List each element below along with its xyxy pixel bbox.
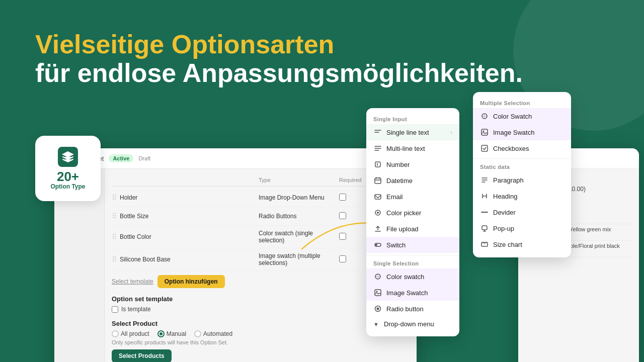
dropdown-item-image-swatch[interactable]: Image Swatch xyxy=(366,285,459,301)
fileupload-label: File upload xyxy=(386,225,419,233)
popup-label: Pop-up xyxy=(493,225,514,232)
option-type-badge: 20+ Option Type xyxy=(35,136,101,201)
svg-point-9 xyxy=(376,291,378,293)
radio-manual[interactable]: Manual xyxy=(157,330,186,337)
imageswatch-icon xyxy=(373,288,382,297)
multi-selection-dropdown: Multiple Selection Color Swatch Image Sw… xyxy=(473,92,571,257)
row-name-bottlecolor: ⠿ Bottle Color xyxy=(112,233,259,241)
select-products-button[interactable]: Select Products xyxy=(112,349,172,362)
dropdown-expand-icon: ▼ xyxy=(373,321,379,327)
specific-note: Only specific products will have this Op… xyxy=(112,339,410,345)
section-select-product-title: Select Product xyxy=(112,320,410,327)
dropdown-item-single-line[interactable]: Single line text › xyxy=(366,124,459,140)
svg-rect-0 xyxy=(375,162,380,167)
headline-block: Vielseitige Optionsarten für endlose Anp… xyxy=(35,30,523,87)
checkboxes-label: Checkboxes xyxy=(493,145,529,152)
is-template-label: Is template xyxy=(121,306,151,313)
radio-all-label: All product xyxy=(121,330,149,337)
select-template-link[interactable]: Select template xyxy=(112,278,153,285)
dropdown-item-switch[interactable]: Switch xyxy=(366,237,459,253)
dropdown-item-number[interactable]: Number xyxy=(366,156,459,172)
devider-icon xyxy=(480,208,489,217)
text-icon xyxy=(373,128,382,137)
status-draft-badge: Draft xyxy=(138,155,150,161)
colorpicker-label: Color picker xyxy=(386,209,421,217)
devider-label: Devider xyxy=(493,209,516,216)
colorpicker-icon xyxy=(373,208,382,217)
is-template-row: Is template xyxy=(112,306,410,313)
single-line-label: Single line text xyxy=(386,129,429,136)
colorswatch-multi-icon xyxy=(480,112,489,121)
radio-manual-label: Manual xyxy=(167,330,186,337)
radio-all-product[interactable]: All product xyxy=(112,330,149,337)
option-add-button[interactable]: Option hinzufügen xyxy=(157,275,225,288)
checkbox-icon xyxy=(480,144,489,153)
drag-icon: ⠿ xyxy=(112,194,117,202)
headline-line2: für endlose Anpassungsmöglichkeiten. xyxy=(35,59,523,87)
section-single-selection: Single Selection xyxy=(366,257,459,268)
radio-button-label: Radio button xyxy=(386,305,424,313)
paragraph-icon xyxy=(480,175,489,185)
svg-rect-2 xyxy=(375,195,381,199)
switch-label: Switch xyxy=(386,241,406,249)
fileupload-icon xyxy=(373,224,382,233)
svg-rect-15 xyxy=(481,145,488,151)
svg-rect-13 xyxy=(481,129,488,135)
svg-point-14 xyxy=(483,131,485,132)
col-type: Type xyxy=(259,177,339,183)
single-input-dropdown: Single Input Single line text › Multi-li… xyxy=(366,108,459,336)
dropdown-item-colorpicker[interactable]: Color picker xyxy=(366,205,459,221)
dropdown-item-radio[interactable]: Radio button xyxy=(366,301,459,317)
svg-rect-16 xyxy=(482,226,487,230)
dropdown-item-popup[interactable]: Pop-up xyxy=(473,220,571,236)
dropdown-item-sizechart[interactable]: Size chart xyxy=(473,236,571,252)
section-single-input: Single Input xyxy=(366,113,459,124)
section-option-set-title: Option set template xyxy=(112,295,410,303)
number-label: Number xyxy=(386,161,410,168)
row-name-silicone: ⠿ Silicone Boot Base xyxy=(112,255,259,263)
add-option-row: Select template Option hinzufügen xyxy=(112,275,410,288)
dropdown-item-datetime[interactable]: Datetime xyxy=(366,172,459,189)
badge-number: 20+ xyxy=(57,170,79,183)
dropdown-menu-label: Drop-down menu xyxy=(384,320,434,328)
dropdown-item-multiline[interactable]: Multi-line text xyxy=(366,140,459,156)
badge-icon xyxy=(58,147,78,167)
imageswatch-multi-icon xyxy=(480,128,489,137)
dropdown-item-image-swatch-multi[interactable]: Image Swatch xyxy=(473,124,571,140)
datetime-label: Datetime xyxy=(386,177,413,185)
svg-rect-8 xyxy=(375,290,381,296)
section-multiple-selection: Multiple Selection xyxy=(473,97,571,108)
dropdown-item-heading[interactable]: Heading xyxy=(473,188,571,204)
radio-inactive-2-icon xyxy=(194,330,201,337)
sizechart-icon xyxy=(480,240,489,249)
radio-automated[interactable]: Automated xyxy=(194,330,232,337)
heading-label: Heading xyxy=(493,193,517,200)
svg-rect-1 xyxy=(375,178,381,184)
panel-content: Type Required ⠿ Holder Image Drop-Down M… xyxy=(54,169,417,362)
dropdown-item-dropdown-menu[interactable]: ▼ Drop-down menu xyxy=(366,317,459,331)
dropdown-item-email[interactable]: Email xyxy=(366,189,459,205)
panel-topbar: ater Bottle Set Active Draft Save xyxy=(54,148,417,169)
dropdown-item-fileupload[interactable]: File upload xyxy=(366,221,459,237)
drag-icon: ⠿ xyxy=(112,233,117,241)
required-checkbox-1[interactable] xyxy=(339,194,346,201)
col-name xyxy=(112,177,259,183)
drag-icon: ⠿ xyxy=(112,255,117,263)
row-type-1: Image Drop-Down Menu xyxy=(259,194,339,201)
is-template-checkbox[interactable] xyxy=(112,306,118,313)
dropdown-item-paragraph[interactable]: Paragraph xyxy=(473,172,571,188)
headline-line1: Vielseitige Optionsarten xyxy=(35,30,523,59)
image-swatch-label: Image Swatch xyxy=(386,289,428,297)
table-header: Type Required xyxy=(112,174,410,187)
multiline-label: Multi-line text xyxy=(386,145,425,152)
dropdown-item-color-swatch[interactable]: Color swatch xyxy=(366,268,459,285)
multiline-icon xyxy=(373,144,382,153)
section-static-data: Static data xyxy=(473,161,571,172)
heading-icon xyxy=(480,192,489,201)
popup-icon xyxy=(480,224,489,233)
dropdown-item-devider[interactable]: Devider xyxy=(473,204,571,220)
dropdown-item-color-swatch-multi[interactable]: Color Swatch xyxy=(473,108,571,124)
dropdown-item-checkboxes[interactable]: Checkboxes xyxy=(473,140,571,156)
divider-2 xyxy=(473,158,571,159)
divider xyxy=(366,255,459,255)
